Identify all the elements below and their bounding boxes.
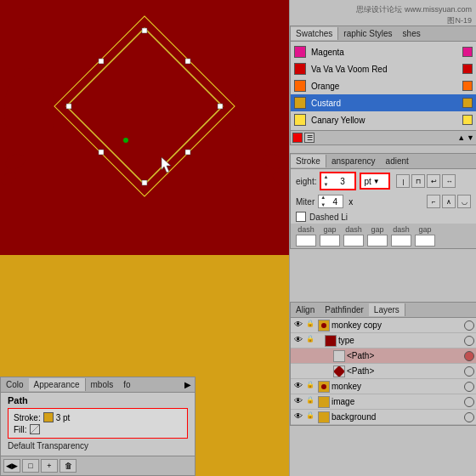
join-icon-2[interactable]: ↔ xyxy=(442,174,456,188)
nav-btn-4[interactable]: 🗑 xyxy=(60,459,76,473)
miter-up[interactable]: ▲ xyxy=(320,194,329,201)
scroll-up-icon[interactable]: ▲ xyxy=(457,133,465,142)
svg-rect-27 xyxy=(319,397,329,407)
swatch-row-magenta[interactable]: Magenta xyxy=(291,43,476,60)
fill-indicator xyxy=(30,424,40,434)
layer-image[interactable]: 👁 🔒 image xyxy=(291,394,476,410)
swatch-name-magenta: Magenta xyxy=(311,48,462,57)
panel-menu-icon[interactable]: ▶ xyxy=(181,380,195,389)
swatch-name-red: Va Va Va Voom Red xyxy=(311,65,462,74)
svg-rect-17 xyxy=(99,59,104,64)
dash-input-1[interactable] xyxy=(296,235,316,246)
tab-transparency[interactable]: ansparency xyxy=(326,155,381,167)
dropdown-arrow-icon: ▼ xyxy=(373,178,380,185)
lock-monkey-copy[interactable]: 🔒 xyxy=(304,320,316,332)
tab-stroke[interactable]: Stroke xyxy=(291,155,326,167)
cap-icon-1[interactable]: | xyxy=(396,174,410,188)
nav-btn-1[interactable]: ◀▶ xyxy=(3,459,20,473)
layer-circle-monkey xyxy=(464,382,474,392)
nav-btn-2[interactable]: □ xyxy=(22,459,39,473)
swatch-color-red xyxy=(294,63,306,75)
stroke-path-value: 3 pt xyxy=(56,413,71,422)
weight-down-arrow[interactable]: ▼ xyxy=(323,181,332,189)
eye-image[interactable]: 👁 xyxy=(292,396,304,408)
lock-image[interactable]: 🔒 xyxy=(304,396,316,408)
eye-monkey-copy[interactable]: 👁 xyxy=(292,320,304,332)
stroke-unit-dropdown[interactable]: pt ▼ xyxy=(360,173,390,190)
stroke-swatch xyxy=(43,412,54,422)
thumb-monkey-copy xyxy=(318,320,330,332)
gap-input-3[interactable] xyxy=(415,235,435,246)
weight-spinbox-arrows[interactable]: ▲ ▼ xyxy=(323,173,332,189)
swatch-color-magenta xyxy=(294,46,306,58)
svg-point-21 xyxy=(123,138,128,143)
tab-layers[interactable]: Layers xyxy=(369,303,405,316)
svg-rect-18 xyxy=(185,59,190,64)
layer-monkey-copy[interactable]: 👁 🔒 monkey copy xyxy=(291,318,476,333)
swatch-indicator-red xyxy=(462,64,473,74)
cap-icon-2[interactable]: ⊓ xyxy=(411,174,425,188)
layer-name-path1: <Path> xyxy=(347,351,462,360)
dash-input-2[interactable] xyxy=(343,235,364,246)
swatch-indicator-orange xyxy=(462,81,473,91)
dashed-checkbox[interactable] xyxy=(296,212,306,222)
lock-type[interactable]: 🔒 xyxy=(304,335,316,347)
gap-input-1[interactable] xyxy=(320,235,340,246)
miter-icon-3[interactable]: ◡ xyxy=(457,195,471,208)
gap-label-3: gap xyxy=(418,225,431,234)
miter-icon-2[interactable]: ∧ xyxy=(442,195,456,208)
layer-name-background: background xyxy=(332,412,462,422)
miter-suffix: x xyxy=(348,197,353,207)
svg-rect-20 xyxy=(185,150,190,155)
swatch-row-red[interactable]: Va Va Va Voom Red xyxy=(291,60,476,77)
tab-swatches[interactable]: Swatches xyxy=(291,27,338,40)
tab-appearance[interactable]: Appearance xyxy=(29,378,86,391)
layer-name-monkey: monkey xyxy=(332,382,462,391)
swatch-row-canary[interactable]: Canary Yellow xyxy=(291,111,476,128)
stroke-weight-input-group[interactable]: ▲ ▼ 3 xyxy=(320,172,356,190)
layer-background[interactable]: 👁 🔒 background xyxy=(291,410,476,425)
tab-pathfinder[interactable]: Pathfinder xyxy=(320,303,369,316)
tab-align[interactable]: Align xyxy=(291,303,320,316)
miter-icon-1[interactable]: ⌐ xyxy=(427,195,440,208)
tab-symbols[interactable]: mbols xyxy=(86,378,119,391)
delete-swatch-icon[interactable]: ☰ xyxy=(304,133,314,143)
scroll-down-icon[interactable]: ▼ xyxy=(467,133,474,142)
dash-input-3[interactable] xyxy=(391,235,411,246)
join-icon-1[interactable]: ↩ xyxy=(427,174,440,188)
lock-background[interactable]: 🔒 xyxy=(304,411,316,423)
gap-input-2[interactable] xyxy=(367,235,388,246)
eye-background[interactable]: 👁 xyxy=(292,411,304,423)
miter-spinbox[interactable]: ▲ ▼ 4 xyxy=(318,195,343,208)
tab-brushes[interactable]: shes xyxy=(398,27,426,40)
stroke-path-label: Stroke: xyxy=(14,413,41,422)
swatch-name-custard: Custard xyxy=(311,99,462,108)
layer-circle-background xyxy=(464,412,474,422)
gap-field-3: gap xyxy=(415,225,435,246)
tab-gradient[interactable]: adient xyxy=(381,155,414,167)
miter-down[interactable]: ▼ xyxy=(320,201,329,209)
miter-row: Miter ▲ ▼ 4 x ⌐ ∧ ◡ xyxy=(291,193,476,210)
swatch-row-custard[interactable]: Custard xyxy=(291,94,476,111)
lock-monkey[interactable]: 🔒 xyxy=(304,381,316,393)
weight-up-arrow[interactable]: ▲ xyxy=(323,173,332,181)
layer-path-2[interactable]: 👁 🔒 <Path> xyxy=(291,364,476,379)
fill-path-row: Fill: xyxy=(14,423,182,435)
swatch-panel-icons: ☰ xyxy=(292,133,314,143)
tab-color[interactable]: Colo xyxy=(1,378,29,391)
eye-monkey[interactable]: 👁 xyxy=(292,381,304,393)
nav-btn-3[interactable]: + xyxy=(41,459,58,473)
eye-type[interactable]: 👁 xyxy=(292,335,304,347)
layer-circle-path2 xyxy=(464,366,474,377)
tab-info[interactable]: fo xyxy=(118,378,135,391)
new-swatch-icon[interactable] xyxy=(292,133,303,143)
path-section: Path Stroke: 3 pt Fill: Default Transpar… xyxy=(1,393,195,456)
swatch-row-orange[interactable]: Orange xyxy=(291,77,476,94)
miter-arrows[interactable]: ▲ ▼ xyxy=(320,194,329,209)
tab-graphic-styles[interactable]: raphic Styles xyxy=(338,27,397,40)
layer-circle-path1 xyxy=(464,351,474,361)
layer-type[interactable]: 👁 🔒 type xyxy=(291,333,476,348)
svg-rect-19 xyxy=(99,150,104,155)
layer-monkey[interactable]: 👁 🔒 monkey xyxy=(291,379,476,394)
layer-path-1[interactable]: 👁 🔒 <Path> xyxy=(291,348,476,364)
